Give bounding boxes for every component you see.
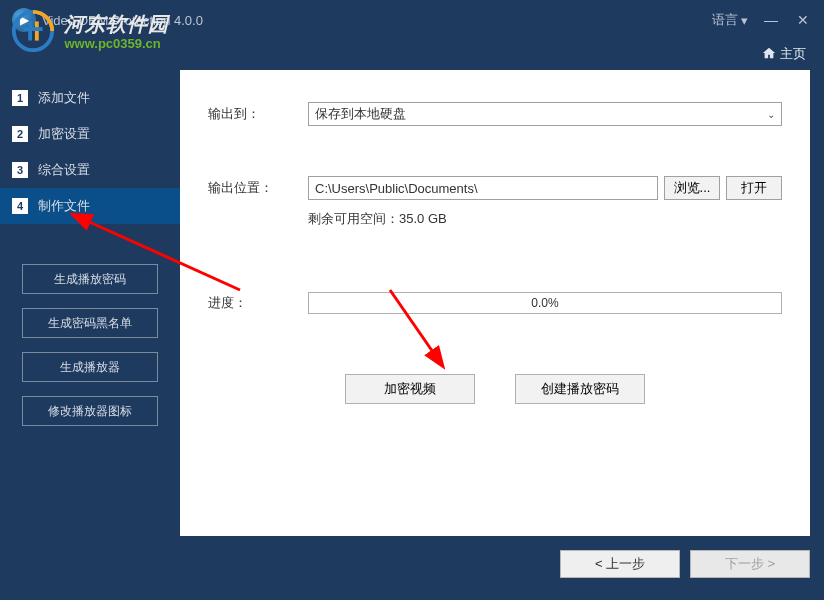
progress-bar: 0.0% bbox=[308, 292, 782, 314]
step-number: 3 bbox=[12, 162, 28, 178]
encrypt-video-button[interactable]: 加密视频 bbox=[345, 374, 475, 404]
output-to-value: 保存到本地硬盘 bbox=[315, 105, 406, 123]
step-label: 加密设置 bbox=[38, 125, 90, 143]
progress-value: 0.0% bbox=[531, 296, 558, 310]
generate-password-blacklist-button[interactable]: 生成密码黑名单 bbox=[22, 308, 158, 338]
free-space-text: 剩余可用空间：35.0 GB bbox=[308, 210, 782, 228]
app-logo: ▶ Video DRM Protection 4.0.0 bbox=[12, 8, 203, 32]
sidebar-step-general-settings[interactable]: 3 综合设置 bbox=[0, 152, 180, 188]
footer-nav: < 上一步 下一步 > bbox=[0, 536, 824, 578]
language-selector[interactable]: 语言 ▾ bbox=[712, 11, 748, 29]
generate-play-password-button[interactable]: 生成播放密码 bbox=[22, 264, 158, 294]
chevron-down-icon: ⌄ bbox=[767, 109, 775, 120]
output-to-label: 输出到： bbox=[208, 105, 308, 123]
minimize-button[interactable]: — bbox=[762, 11, 780, 29]
home-icon bbox=[762, 46, 776, 63]
language-label: 语言 bbox=[712, 11, 738, 29]
step-label: 添加文件 bbox=[38, 89, 90, 107]
sidebar-step-encrypt-settings[interactable]: 2 加密设置 bbox=[0, 116, 180, 152]
step-number: 2 bbox=[12, 126, 28, 142]
content-panel: 输出到： 保存到本地硬盘 ⌄ 输出位置： 浏览... 打开 剩余可用空间：35.… bbox=[180, 70, 810, 536]
step-number: 4 bbox=[12, 198, 28, 214]
step-label: 综合设置 bbox=[38, 161, 90, 179]
home-button[interactable]: 主页 bbox=[762, 45, 806, 63]
sidebar: 1 添加文件 2 加密设置 3 综合设置 4 制作文件 生成播放密码 生成密码黑… bbox=[0, 68, 180, 536]
generate-player-button[interactable]: 生成播放器 bbox=[22, 352, 158, 382]
browse-button[interactable]: 浏览... bbox=[664, 176, 720, 200]
step-number: 1 bbox=[12, 90, 28, 106]
close-button[interactable]: ✕ bbox=[794, 11, 812, 29]
titlebar: ▶ Video DRM Protection 4.0.0 语言 ▾ — ✕ bbox=[0, 0, 824, 40]
create-play-password-button[interactable]: 创建播放密码 bbox=[515, 374, 645, 404]
chevron-down-icon: ▾ bbox=[741, 13, 748, 28]
output-path-label: 输出位置： bbox=[208, 179, 308, 197]
modify-player-icon-button[interactable]: 修改播放器图标 bbox=[22, 396, 158, 426]
next-step-button: 下一步 > bbox=[690, 550, 810, 578]
prev-step-button[interactable]: < 上一步 bbox=[560, 550, 680, 578]
app-title: Video DRM Protection 4.0.0 bbox=[42, 13, 203, 28]
sidebar-step-make-file[interactable]: 4 制作文件 bbox=[0, 188, 180, 224]
app-logo-icon: ▶ bbox=[12, 8, 36, 32]
step-label: 制作文件 bbox=[38, 197, 90, 215]
progress-label: 进度： bbox=[208, 294, 308, 312]
home-label: 主页 bbox=[780, 45, 806, 63]
open-button[interactable]: 打开 bbox=[726, 176, 782, 200]
output-path-input[interactable] bbox=[308, 176, 658, 200]
output-to-select[interactable]: 保存到本地硬盘 ⌄ bbox=[308, 102, 782, 126]
sidebar-step-add-files[interactable]: 1 添加文件 bbox=[0, 80, 180, 116]
